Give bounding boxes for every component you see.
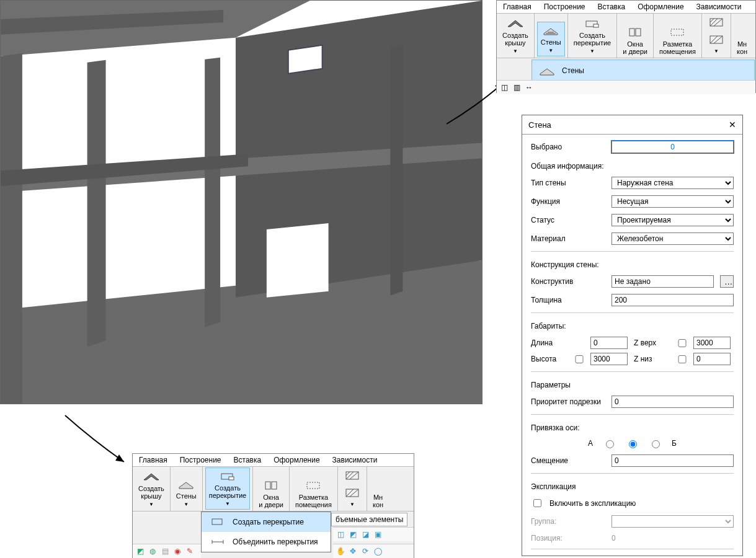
hatch-button-2[interactable]: ▼ [340,485,364,510]
section-construction: Конструкция стены: [531,260,734,269]
walls-dropdown-item[interactable]: Стены [531,60,755,82]
status-select[interactable]: Проектируемая [611,214,734,226]
height-checkbox[interactable] [574,355,584,363]
box3-icon[interactable]: ◪ [359,529,371,540]
thickness-label: Толщина [531,296,605,304]
move-icon[interactable]: ✥ [347,546,359,557]
create-roof-button[interactable]: Создать крышу▼ [499,16,531,56]
edit-icon[interactable]: ✎ [184,546,196,557]
length-input[interactable] [590,337,628,349]
svg-rect-15 [594,24,598,27]
cube-icon[interactable]: ◫ [498,82,510,93]
axis-mid-radio[interactable] [629,440,637,448]
menu-design[interactable]: Оформление [267,454,326,466]
mno-label: Мн кон [373,494,383,508]
material-select[interactable]: Железобетон [611,232,734,245]
axis-b-radio[interactable] [652,440,660,448]
mini-toolbar-bottom-left: ◩ ◍ ▤ ◉ ✎ [133,544,201,558]
close-icon[interactable]: ✕ [729,120,736,130]
chevron-down-icon: ▼ [350,501,355,508]
constructive-input[interactable] [611,275,714,288]
zbot-checkbox[interactable] [677,355,687,363]
mno-button[interactable]: Мн кон [370,492,386,510]
roof-icon [507,17,524,30]
slab-dropdown-create[interactable]: Создать перекрытие [202,512,331,532]
menu-design[interactable]: Оформление [631,1,690,13]
selected-input[interactable] [611,141,734,153]
section-params: Параметры [531,381,734,389]
height-label: Высота [531,355,568,363]
wall-icon [538,64,556,78]
wall-type-select[interactable]: Наружная стена [611,177,734,189]
explication-checkbox-label: Включить в экспликацию [549,499,636,508]
hatch-button-2[interactable]: ▼ [705,32,728,56]
create-roof-button[interactable]: Создать крышу▼ [135,469,167,510]
windows-doors-button[interactable]: Окна и двери [256,477,287,510]
slab-dropdown-merge[interactable]: Объединить перекрытия [202,532,331,552]
function-select[interactable]: Несущая [611,195,734,208]
sphere-icon[interactable]: ◯ [371,546,384,557]
walls-button[interactable]: Стены ▼ [173,476,200,510]
position-value: 0 [611,534,616,542]
height-input[interactable] [590,353,628,365]
trim-priority-input[interactable] [611,396,734,408]
box4-icon[interactable]: ▣ [371,529,384,540]
slab-dropdown: Создать перекрытие Объединить перекрытия [201,512,331,552]
windows-doors-label: Окна и двери [623,40,647,55]
create-slab-label: Создать перекрытие [574,32,611,46]
function-label: Функция [531,197,605,206]
ribbon-panel-top: Главная Построение Вставка Оформление За… [496,0,756,93]
walls-label: Стены [541,38,561,46]
arrow-to-ribbon-bottom [56,409,136,471]
ztop-label: Z верх [634,339,671,347]
menu-main[interactable]: Главная [133,454,174,466]
windows-doors-label: Окна и двери [259,494,283,508]
create-slab-button[interactable]: Создать перекрытие▼ [571,16,614,56]
rot-icon[interactable]: ⟳ [359,546,371,557]
sheet-icon[interactable]: ▤ [159,546,171,557]
windows-doors-button[interactable]: Окна и двери [620,24,651,56]
room-markup-button[interactable]: Разметка помещения [656,24,699,56]
ztop-checkbox[interactable] [677,339,687,347]
slab-icon [209,515,226,529]
red-icon[interactable]: ◉ [171,546,184,557]
constructive-browse-button[interactable]: … [720,275,734,288]
ztop-input[interactable] [693,337,731,349]
scene-3d [1,1,482,404]
volume-elements-button[interactable]: бъемные элементы [331,513,407,526]
arrows-icon[interactable]: ↔ [523,82,535,93]
mno-button[interactable]: Мн кон [734,39,750,56]
walls-button[interactable]: Стены ▼ [537,22,565,56]
thickness-input[interactable] [611,294,734,306]
3d-viewport[interactable] [0,0,483,404]
box2-icon[interactable]: ◩ [347,529,359,540]
mini-toolbar-top: ◫ ▥ ↔ [497,80,755,94]
panel-icon[interactable]: ▥ [510,82,523,93]
zbot-input[interactable] [693,353,731,365]
axis-a-radio[interactable] [606,440,614,448]
menu-insert[interactable]: Вставка [592,1,632,13]
wall-type-label: Тип стены [531,179,605,187]
svg-rect-18 [671,29,683,35]
offset-input[interactable] [611,454,734,467]
create-slab-button[interactable]: Создать перекрытие▼ [205,467,250,510]
menu-build[interactable]: Построение [538,1,592,13]
hatch-button-1[interactable] [705,14,728,30]
menu-deps[interactable]: Зависимости [690,1,748,13]
menu-insert[interactable]: Вставка [228,454,268,466]
roof-icon [143,470,160,484]
box1-icon[interactable]: ◫ [334,529,347,540]
menu-build[interactable]: Построение [174,454,228,466]
cyl-icon[interactable]: ◍ [146,546,159,557]
menu-main[interactable]: Главная [497,1,538,13]
room-markup-button[interactable]: Разметка помещения [292,477,335,510]
menu-deps[interactable]: Зависимости [326,454,384,466]
wall-properties-panel: Стена ✕ Выбрано Общая информация: Тип ст… [522,115,743,556]
cube-blue-icon[interactable]: ◩ [134,546,146,557]
hatch-button-1[interactable] [340,467,364,484]
create-roof-label: Создать крышу [138,485,164,500]
section-general: Общая информация: [531,162,734,170]
hand-icon[interactable]: ✋ [334,546,347,557]
hatch-icon [708,16,725,29]
explication-checkbox[interactable] [533,499,541,507]
